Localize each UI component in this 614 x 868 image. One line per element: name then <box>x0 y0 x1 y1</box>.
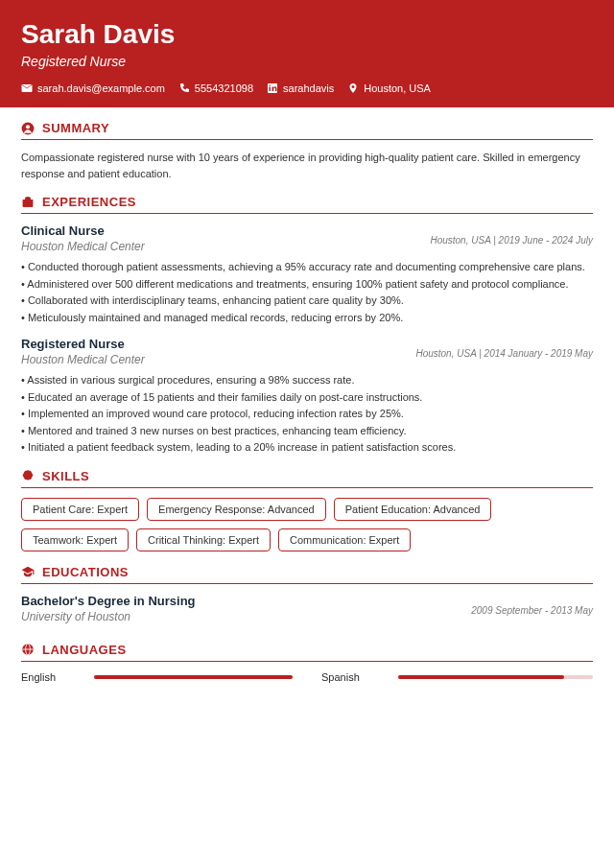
globe-icon <box>21 643 35 656</box>
skills-header: SKILLS <box>21 469 593 488</box>
experience-bullet: • Collaborated with interdisciplinary te… <box>21 293 593 309</box>
experiences-title: EXPERIENCES <box>42 195 136 209</box>
education-school: University of Houston <box>21 610 196 623</box>
contact-phone: 5554321098 <box>178 82 253 94</box>
skill-chip: Teamwork: Expert <box>21 528 129 551</box>
education-degree: Bachelor's Degree in Nursing <box>21 594 196 608</box>
skill-chip: Patient Care: Expert <box>21 498 139 521</box>
svg-rect-8 <box>26 197 31 199</box>
experience-company: Houston Medical Center <box>21 353 145 366</box>
location-text: Houston, USA <box>364 82 431 94</box>
skill-chip: Patient Education: Advanced <box>334 498 492 521</box>
graduation-icon <box>21 565 35 578</box>
experience-bullet: • Implemented an improved wound care pro… <box>21 406 593 422</box>
experience-bullet: • Initiated a patient feedback system, l… <box>21 439 593 456</box>
experience-bullet: • Assisted in various surgical procedure… <box>21 372 593 388</box>
contact-location: Houston, USA <box>347 82 431 94</box>
svg-point-3 <box>270 84 272 86</box>
language-bar <box>398 675 593 679</box>
skills-row: Patient Care: ExpertEmergency Response: … <box>21 498 593 551</box>
summary-text: Compassionate registered nurse with 10 y… <box>21 150 593 181</box>
skill-chip: Communication: Expert <box>278 528 411 551</box>
linkedin-text: sarahdavis <box>283 82 334 94</box>
experience-meta: Houston, USA | 2014 January - 2019 May <box>415 348 593 359</box>
email-text: sarah.davis@example.com <box>37 82 165 94</box>
languages-header: LANGUAGES <box>21 643 593 662</box>
contact-email: sarah.davis@example.com <box>21 82 165 94</box>
skill-chip: Emergency Response: Advanced <box>147 498 326 521</box>
skill-chip: Critical Thinking: Expert <box>136 528 271 551</box>
educations-title: EDUCATIONS <box>42 565 129 579</box>
phone-text: 5554321098 <box>195 82 253 94</box>
person-title: Registered Nurse <box>21 54 593 69</box>
summary-header: SUMMARY <box>21 121 593 140</box>
experience-title: Clinical Nurse <box>21 223 145 238</box>
experience-block: Clinical NurseHouston Medical CenterHous… <box>21 223 593 325</box>
briefcase-icon <box>21 196 35 209</box>
linkedin-icon <box>267 82 278 94</box>
svg-rect-2 <box>270 87 272 92</box>
svg-point-5 <box>26 125 30 129</box>
person-icon <box>21 122 35 135</box>
resume-content: SUMMARY Compassionate registered nurse w… <box>0 107 614 702</box>
experience-bullet: • Administered over 500 different medica… <box>21 276 593 293</box>
skills-title: SKILLS <box>42 469 89 483</box>
language-item: Spanish <box>321 671 593 683</box>
language-name: Spanish <box>321 671 360 683</box>
languages-title: LANGUAGES <box>42 643 127 657</box>
language-name: English <box>21 671 56 683</box>
language-bar <box>94 675 293 679</box>
resume-header: Sarah Davis Registered Nurse sarah.davis… <box>0 0 614 107</box>
experiences-header: EXPERIENCES <box>21 195 593 214</box>
location-icon <box>347 82 359 94</box>
summary-title: SUMMARY <box>42 121 109 135</box>
contact-row: sarah.davis@example.com 5554321098 sarah… <box>21 82 593 94</box>
experience-meta: Houston, USA | 2019 June - 2024 July <box>430 235 593 246</box>
language-fill <box>398 675 564 679</box>
experience-title: Registered Nurse <box>21 337 145 351</box>
person-name: Sarah Davis <box>21 19 593 50</box>
experience-bullet: • Mentored and trained 3 new nurses on b… <box>21 423 593 439</box>
contact-linkedin: sarahdavis <box>267 82 334 94</box>
experience-company: Houston Medical Center <box>21 240 145 253</box>
education-meta: 2009 September - 2013 May <box>471 605 593 616</box>
svg-rect-7 <box>23 199 34 207</box>
experience-bullet: • Educated an average of 15 patients and… <box>21 389 593 406</box>
envelope-icon <box>21 82 33 94</box>
education-block: Bachelor's Degree in Nursing University … <box>21 594 593 629</box>
languages-row: EnglishSpanish <box>21 671 593 683</box>
educations-header: EDUCATIONS <box>21 565 593 584</box>
experience-block: Registered NurseHouston Medical CenterHo… <box>21 337 593 456</box>
experience-bullet: • Conducted thorough patient assessments… <box>21 259 593 275</box>
brain-icon <box>21 469 35 482</box>
phone-icon <box>178 82 190 94</box>
language-fill <box>94 675 293 679</box>
experience-bullet: • Meticulously maintained and managed me… <box>21 310 593 326</box>
language-item: English <box>21 671 293 683</box>
